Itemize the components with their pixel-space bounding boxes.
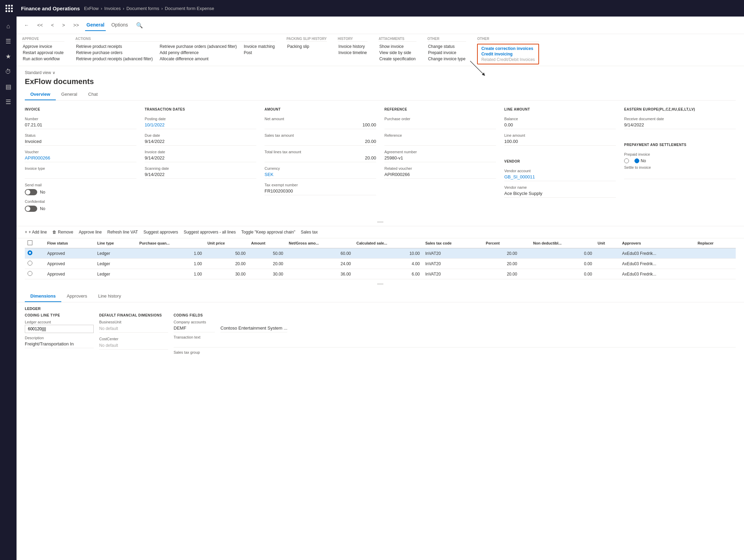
row-radio[interactable] (28, 271, 32, 276)
sales-tax-button[interactable]: Sales tax (301, 229, 318, 235)
suggest-approvers-button[interactable]: Suggest approvers (143, 229, 178, 235)
row-radio-cell[interactable] (25, 269, 44, 279)
tab-general[interactable]: General (85, 19, 106, 31)
ribbon-credit-invoicing[interactable]: Credit invoicing (480, 51, 535, 57)
ribbon-retrieve-po-advanced[interactable]: Retrieve purchase orders (advanced filte… (159, 44, 238, 49)
standard-view-selector[interactable]: Standard view ∨ (25, 70, 736, 75)
business-unit-field: BusinessUnit No default (99, 320, 168, 333)
tab-general-page[interactable]: General (56, 89, 83, 100)
ledger-account-input[interactable] (25, 325, 94, 333)
ribbon-add-penny-difference[interactable]: Add penny difference (159, 50, 238, 55)
col-line-type: Line type (94, 238, 136, 248)
invoice-number-field: Number 07.21.01 (25, 117, 136, 129)
row-radio[interactable] (28, 261, 32, 266)
vendor-account-value[interactable]: GB_SI_000011 (504, 174, 616, 181)
invoice-voucher-value[interactable]: APIR000266 (25, 155, 136, 162)
back-button[interactable]: ← (22, 21, 31, 29)
suggest-approvers-all-lines-button[interactable]: Suggest approvers - all lines (184, 229, 236, 235)
ribbon-approve-invoice[interactable]: Approve invoice (22, 44, 64, 49)
purchase-order-label: Purchase order (384, 117, 496, 121)
ribbon-invoice-matching[interactable]: Invoice matching (243, 44, 276, 49)
ribbon-create-correction[interactable]: Create correction invoices (480, 46, 535, 51)
breadcrumb-document-form-expense[interactable]: Document form Expense (165, 6, 214, 11)
sidebar-module-icon[interactable]: ▤ (1, 80, 15, 94)
tab-line-history[interactable]: Line history (93, 291, 126, 302)
company-accounts-value[interactable]: DEMF (174, 325, 215, 332)
nav-last-button[interactable]: >> (71, 21, 81, 29)
ribbon-show-invoice[interactable]: Show invoice (379, 44, 416, 49)
left-sidebar: ⌂ ☰ ★ ⏱ ▤ ☰ (0, 17, 17, 560)
ribbon-create-specification[interactable]: Create specification (379, 56, 416, 62)
nav-next-button[interactable]: > (60, 21, 67, 29)
posting-date-value[interactable]: 10/1/2022 (145, 122, 256, 129)
row-radio-cell[interactable] (25, 259, 44, 269)
prepaid-yes-radio[interactable] (624, 158, 629, 163)
tab-chat[interactable]: Chat (83, 89, 103, 100)
ribbon-post[interactable]: Post (243, 50, 276, 55)
nav-first-button[interactable]: << (35, 21, 45, 29)
ribbon-run-action-workflow[interactable]: Run action workflow (22, 56, 64, 62)
remove-button[interactable]: 🗑 Remove (52, 229, 73, 235)
ribbon-view-side-by-side[interactable]: View side by side (379, 50, 416, 55)
ribbon-retrieve-product-receipts-advanced[interactable]: Retrieve product receipts (advanced filt… (75, 56, 154, 62)
reference-value[interactable] (384, 138, 496, 146)
row-radio-cell[interactable] (25, 248, 44, 259)
ribbon-allocate-difference[interactable]: Allocate difference amount (159, 56, 238, 62)
invoice-section: INVOICE Number 07.21.01 Status Invoiced … (25, 107, 136, 212)
sidebar-star-icon[interactable]: ★ (1, 50, 15, 63)
nav-prev-button[interactable]: < (49, 21, 56, 29)
vendor-section-title: VENDOR (504, 159, 616, 163)
tab-overview[interactable]: Overview (25, 89, 56, 100)
search-button[interactable]: 🔍 (133, 21, 146, 30)
sidebar-list-icon[interactable]: ☰ (1, 95, 15, 109)
table-row[interactable]: Approved Ledger 1.00 50.00 50.00 60.00 1… (25, 248, 736, 259)
ribbon-change-invoice-type[interactable]: Change invoice type (427, 56, 466, 62)
ribbon-invoice-timeline[interactable]: Invoice timeline (338, 50, 368, 55)
col-approvers: Approvers (619, 238, 695, 248)
currency-value[interactable]: SEK (265, 171, 376, 179)
tab-approvers[interactable]: Approvers (61, 291, 93, 302)
add-line-button[interactable]: + + Add line (25, 229, 47, 235)
row-radio[interactable] (28, 250, 32, 255)
breadcrumb-document-forms[interactable]: Document forms (126, 6, 159, 11)
eastern-europe-title: EASTERN EUROPE(PL,CZ,HU,EE,LT,LV) (624, 107, 736, 111)
col-non-deductible: Non deductibl... (530, 238, 595, 248)
confidential-toggle[interactable] (25, 206, 37, 212)
ribbon-change-status[interactable]: Change status (427, 44, 466, 49)
row-replacer (695, 269, 736, 279)
col-checkbox (25, 238, 44, 248)
breadcrumb-invoices[interactable]: Invoices (104, 6, 121, 11)
ribbon-col-actions-2: Retrieve purchase orders (advanced filte… (159, 44, 238, 62)
resize-handle-2[interactable]: — (17, 279, 744, 288)
resize-handle[interactable]: — (17, 217, 744, 226)
toggle-keep-approval-chain-button[interactable]: Toggle "Keep approval chain" (241, 229, 296, 235)
waffle-menu-icon[interactable] (4, 3, 14, 13)
ribbon-restart-approval[interactable]: Restart approval route (22, 50, 64, 55)
prepaid-no-radio[interactable] (634, 158, 639, 163)
ribbon-retrieve-purchase-orders[interactable]: Retrieve purchase orders (75, 50, 154, 55)
purchase-order-value[interactable] (384, 122, 496, 129)
send-mail-toggle[interactable] (25, 189, 37, 195)
approve-line-button[interactable]: Approve line (79, 229, 102, 235)
prepaid-yes-option[interactable] (624, 158, 630, 163)
ribbon-related-credit-debit: Related Credit/Debit Invoices (480, 57, 535, 62)
ribbon-retrieve-product-receipts[interactable]: Retrieve product receipts (75, 44, 154, 49)
tab-dimensions[interactable]: Dimensions (25, 291, 61, 302)
ribbon-invoice-history[interactable]: Invoice history (338, 44, 368, 49)
table-row[interactable]: Approved Ledger 1.00 20.00 20.00 24.00 4… (25, 259, 736, 269)
sidebar-home-icon[interactable]: ⌂ (1, 19, 15, 33)
refresh-line-vat-button[interactable]: Refresh line VAT (107, 229, 138, 235)
sidebar-recent-icon[interactable]: ⏱ (1, 65, 15, 79)
breadcrumb-exflow[interactable]: ExFlow (84, 6, 99, 11)
prepaid-no-option[interactable]: No (634, 158, 646, 163)
company-accounts-row: Company accounts DEMF Contoso Entertainm… (174, 320, 736, 332)
ribbon-packing-slip[interactable]: Packing slip (287, 44, 310, 49)
ribbon-prepaid-invoice[interactable]: Prepaid invoice (427, 50, 466, 55)
tab-options[interactable]: Options (110, 19, 129, 31)
table-row[interactable]: Approved Ledger 1.00 30.00 30.00 36.00 6… (25, 269, 736, 279)
sidebar-menu-icon[interactable]: ☰ (1, 34, 15, 48)
invoice-type-value[interactable] (25, 171, 136, 179)
select-all-checkbox[interactable] (28, 240, 32, 245)
company-accounts-name-label (220, 320, 287, 324)
ledger-account-label: Ledger account (25, 320, 94, 324)
